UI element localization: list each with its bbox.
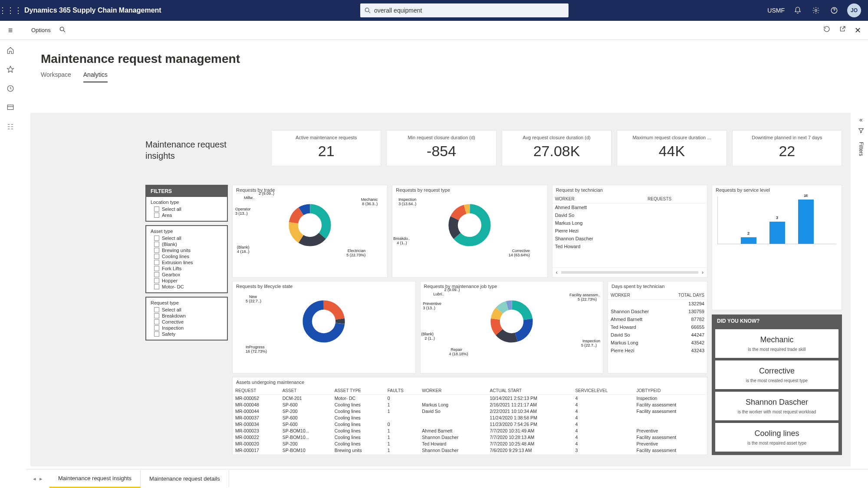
table-row[interactable]: David So: [552, 211, 707, 219]
table-row[interactable]: 132294: [608, 299, 707, 308]
bell-icon[interactable]: [792, 5, 803, 16]
column-header[interactable]: ASSET TYPE: [332, 387, 385, 395]
avatar[interactable]: JO: [847, 3, 861, 17]
filter-checkbox[interactable]: Fork Lifts: [151, 265, 223, 272]
gear-icon[interactable]: [811, 5, 821, 16]
svg-point-2: [815, 10, 817, 12]
table-row[interactable]: Shannon Dascher130759: [608, 308, 707, 315]
table-row[interactable]: MR-000044SP-200Cooling lines1David So2/2…: [233, 408, 707, 414]
table-row[interactable]: Ted Howard66655: [608, 323, 707, 331]
dyk-card: Shannon Dascheris the worker with most r…: [715, 392, 838, 420]
tile-jobtype[interactable]: Requests by maintenance job type Facilit…: [420, 281, 604, 374]
filter-checkbox[interactable]: Corrective: [151, 319, 223, 325]
company-label[interactable]: USMF: [767, 7, 785, 14]
table-row[interactable]: Ahmed Barnett87782: [608, 315, 707, 323]
app-launcher-icon[interactable]: ⋮⋮⋮: [0, 6, 21, 15]
tab-prev-icon[interactable]: ◂: [33, 475, 36, 482]
table-row[interactable]: MR-000052DCM-201Motor- DC010/14/2021 2:5…: [233, 395, 707, 402]
filter-checkbox[interactable]: Inspection: [151, 325, 223, 331]
kpi-active: Active maintenance requests21: [271, 130, 381, 166]
cmdbar-search-icon[interactable]: [59, 26, 66, 34]
help-icon[interactable]: [829, 5, 839, 16]
table-row[interactable]: David So44247: [608, 331, 707, 339]
filter-checkbox[interactable]: Breakdown: [151, 313, 223, 319]
table-row[interactable]: MR-000034SP-600Cooling lines011/23/2020 …: [233, 421, 707, 427]
tile-requests-by-type[interactable]: Requests by request type Inspection 3 (1…: [392, 185, 547, 278]
filter-funnel-icon[interactable]: [858, 128, 864, 135]
search-input[interactable]: [374, 7, 564, 14]
chevron-right-icon[interactable]: ›: [702, 269, 704, 275]
btab-details[interactable]: Maintenance request details: [141, 470, 229, 487]
btab-insights[interactable]: Maintenance request insights: [49, 470, 141, 488]
column-header[interactable]: ASSET: [280, 387, 332, 395]
tile-request-by-technician[interactable]: Request by technician WORKERREQUESTS Ahm…: [552, 185, 707, 278]
filter-checkbox[interactable]: Cooling lines: [151, 253, 223, 259]
workspace-icon[interactable]: [5, 102, 16, 113]
popout-icon[interactable]: [839, 26, 846, 35]
tile-assets-undergoing[interactable]: Assets undergoing maintenance REQUESTASS…: [232, 377, 707, 455]
table-row[interactable]: Ted Howard: [552, 242, 707, 250]
search-icon: [365, 7, 371, 13]
filter-request-box: Request type Select allBreakdownCorrecti…: [145, 297, 228, 341]
search-box[interactable]: [360, 3, 569, 17]
filter-checkbox[interactable]: Motor- DC: [151, 284, 223, 290]
table-row[interactable]: Ahmed Barnett: [552, 203, 707, 212]
svg-line-1: [368, 11, 370, 13]
scroll-nav[interactable]: ‹›: [552, 267, 707, 277]
tile-requests-by-service-level[interactable]: Requests by service level 10 0 2273144: [712, 185, 842, 310]
bar[interactable]: 22: [741, 237, 756, 244]
column-header[interactable]: FAULTS: [385, 387, 420, 395]
filter-checkbox[interactable]: Gearbox: [151, 272, 223, 278]
table-row[interactable]: Markus Long: [552, 219, 707, 227]
recent-icon[interactable]: [5, 83, 16, 94]
tile-days-by-technician[interactable]: Days spent by technician WORKERTOTAL DAY…: [608, 281, 707, 374]
table-row[interactable]: MR-000020SP-200Cooling lines1Ted Howard7…: [233, 440, 707, 447]
filter-checkbox[interactable]: (Blank): [151, 241, 223, 247]
tab-next-icon[interactable]: ▸: [39, 475, 43, 482]
insights-title: Maintenance request insights: [145, 139, 254, 161]
home-icon[interactable]: [5, 45, 16, 56]
filter-checkbox[interactable]: Area: [151, 212, 223, 218]
favorites-icon[interactable]: [5, 64, 16, 75]
filter-checkbox[interactable]: Extrusion lines: [151, 259, 223, 265]
filter-checkbox[interactable]: Safety: [151, 331, 223, 337]
filter-checkbox[interactable]: Select all: [151, 206, 223, 212]
options-button[interactable]: Options: [21, 27, 51, 33]
column-header[interactable]: WORKER: [419, 387, 487, 395]
table-row[interactable]: Pierre Hezi: [552, 227, 707, 235]
column-header[interactable]: REQUEST: [233, 387, 280, 395]
column-header[interactable]: JOBTYPEID: [634, 387, 707, 395]
column-header[interactable]: SERVICELEVEL: [572, 387, 634, 395]
table-row[interactable]: MR-000037SP-600Cooling lines11/24/2020 1…: [233, 414, 707, 421]
tile-requests-by-trade[interactable]: Requests by trade Mechanic 8 (36.3..) El…: [232, 185, 388, 278]
table-row[interactable]: Pierre Hezi43243: [608, 347, 707, 354]
donut-reqtype: [448, 203, 491, 247]
table-row[interactable]: MR-000023SP-BOM10...Cooling lines1Ahmed …: [233, 427, 707, 434]
table-row[interactable]: MR-000048SP-600Cooling lines1Markus Long…: [233, 401, 707, 408]
filter-checkbox[interactable]: Brewing units: [151, 247, 223, 253]
chevron-collapse-icon[interactable]: «: [859, 116, 863, 123]
table-row[interactable]: MR-000022SP-BOM10...Cooling lines1Shanno…: [233, 434, 707, 440]
filters-panel-label[interactable]: Filters: [858, 139, 864, 156]
bar[interactable]: 73: [769, 222, 785, 244]
dyk-card: Cooling linesis the most repaired asset …: [715, 423, 838, 452]
tab-analytics[interactable]: Analytics: [83, 71, 108, 82]
table-row[interactable]: MR-000017SP-BOM10Brewing units1Shannon D…: [233, 447, 707, 453]
filter-checkbox[interactable]: Hopper: [151, 278, 223, 284]
tile-lifecycle[interactable]: Requests by lifecycle state New 5 (22.7.…: [232, 281, 416, 374]
hamburger-icon[interactable]: ≡: [0, 21, 21, 40]
table-row[interactable]: Markus Long43542: [608, 339, 707, 347]
filter-checkbox[interactable]: Select all: [151, 235, 223, 241]
header-actions: USMF JO: [767, 3, 868, 17]
tab-workspace[interactable]: Workspace: [41, 71, 71, 82]
filter-checkbox[interactable]: Select all: [151, 307, 223, 313]
modules-icon[interactable]: [5, 121, 16, 132]
close-icon[interactable]: ✕: [855, 26, 861, 35]
chevron-left-icon[interactable]: ‹: [556, 269, 558, 275]
bar[interactable]: 144: [798, 200, 814, 244]
kpi-avg: Avg request closure duration (d)27.08K: [502, 130, 612, 166]
refresh-icon[interactable]: [823, 26, 830, 35]
table-row[interactable]: Shannon Dascher: [552, 235, 707, 242]
dashboard-body: FILTERS Location type Select allArea Ass…: [145, 185, 842, 455]
column-header[interactable]: ACTUAL START: [487, 387, 572, 395]
